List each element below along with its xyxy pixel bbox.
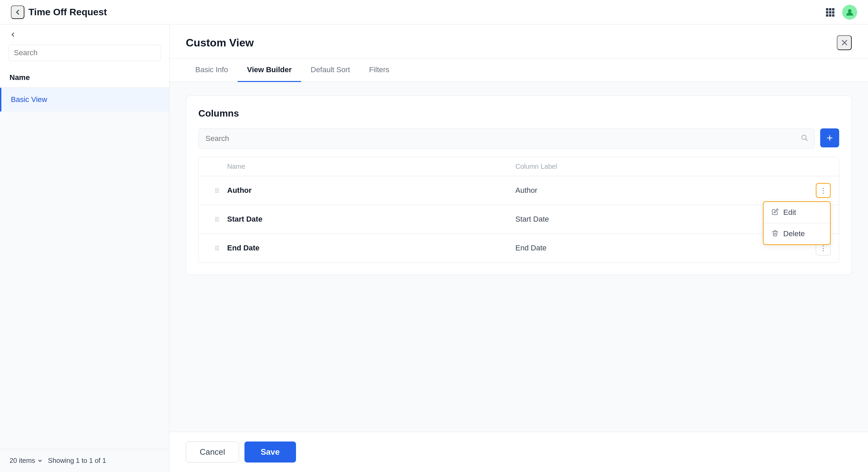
svg-point-15 <box>218 190 219 191</box>
edit-icon <box>772 208 778 217</box>
svg-rect-3 <box>826 11 828 14</box>
tab-default-sort[interactable]: Default Sort <box>301 59 359 82</box>
header-drag <box>207 163 227 170</box>
page-title: Time Off Request <box>28 7 107 18</box>
columns-search-wrap <box>198 128 815 149</box>
showing-text: Showing 1 to 1 of 1 <box>48 457 106 465</box>
svg-point-14 <box>216 190 217 191</box>
save-button[interactable]: Save <box>244 442 296 463</box>
drag-handle-end-date[interactable] <box>207 245 227 251</box>
sidebar-list-header: Name <box>0 66 169 88</box>
svg-point-17 <box>218 192 219 193</box>
header-actions <box>804 163 831 170</box>
columns-table: Name Column Label <box>198 157 839 263</box>
svg-point-25 <box>218 246 219 247</box>
svg-point-20 <box>216 219 217 220</box>
dropdown-edit[interactable]: Edit <box>764 202 830 223</box>
sidebar-item-basic-view[interactable]: Basic View <box>0 88 169 111</box>
svg-rect-5 <box>832 11 834 14</box>
svg-point-26 <box>216 248 217 249</box>
columns-search-row: + <box>198 128 839 149</box>
cancel-button[interactable]: Cancel <box>186 442 239 463</box>
svg-point-21 <box>218 219 219 220</box>
table-header: Name Column Label <box>199 157 839 176</box>
svg-point-27 <box>218 248 219 249</box>
top-nav: Time Off Request <box>0 0 868 24</box>
svg-rect-0 <box>826 8 828 11</box>
tab-basic-info[interactable]: Basic Info <box>186 59 238 82</box>
table-row: End Date End Date ⋮ <box>199 234 839 262</box>
svg-point-13 <box>218 188 219 189</box>
svg-point-16 <box>216 192 217 193</box>
row-dropdown-author: Edit <box>763 201 831 245</box>
svg-point-9 <box>848 9 851 13</box>
modal-close-button[interactable]: ✕ <box>837 35 852 50</box>
svg-rect-6 <box>826 14 828 17</box>
row-actions-author: ⋮ Edit <box>804 183 831 198</box>
modal-header: Custom View ✕ <box>170 24 868 59</box>
nav-back-button[interactable] <box>11 5 24 19</box>
table-row: Author Author ⋮ <box>199 176 839 205</box>
sidebar-list: Basic View <box>0 88 169 449</box>
svg-point-19 <box>218 217 219 218</box>
col-label-author: Author <box>515 186 804 195</box>
modal-footer: Cancel Save <box>170 432 868 472</box>
svg-rect-4 <box>829 11 831 14</box>
columns-search-input[interactable] <box>198 128 815 149</box>
tab-filters[interactable]: Filters <box>359 59 399 82</box>
svg-point-12 <box>216 188 217 189</box>
modal-title: Custom View <box>186 37 254 57</box>
svg-rect-8 <box>832 14 834 17</box>
grid-icon[interactable] <box>823 5 837 19</box>
svg-point-22 <box>216 221 217 222</box>
header-column-label: Column Label <box>515 163 804 170</box>
col-name-author: Author <box>227 186 515 195</box>
modal-tabs: Basic Info View Builder Default Sort Fil… <box>170 59 868 82</box>
tab-view-builder[interactable]: View Builder <box>238 59 301 82</box>
drag-handle-author[interactable] <box>207 187 227 193</box>
row-menu-button-author[interactable]: ⋮ <box>816 183 831 198</box>
search-icon <box>801 134 808 143</box>
sidebar-footer: 20 items Showing 1 to 1 of 1 <box>0 449 169 472</box>
items-count[interactable]: 20 items <box>9 457 43 465</box>
col-name-end-date: End Date <box>227 244 515 252</box>
svg-point-29 <box>218 249 219 250</box>
delete-icon <box>772 230 778 238</box>
sidebar-search-input[interactable] <box>8 45 161 61</box>
svg-rect-2 <box>832 8 834 11</box>
col-name-start-date: Start Date <box>227 215 515 224</box>
svg-rect-1 <box>829 8 831 11</box>
col-label-end-date: End Date <box>515 244 804 252</box>
svg-point-23 <box>218 221 219 222</box>
col-label-start-date: Start Date <box>515 215 804 224</box>
table-row: Start Date Start Date ⋮ <box>199 205 839 234</box>
header-name: Name <box>227 163 515 170</box>
svg-line-11 <box>806 139 807 141</box>
sidebar: Name Basic View 20 items Showing 1 to 1 … <box>0 24 170 472</box>
add-column-button[interactable]: + <box>820 128 839 147</box>
svg-point-24 <box>216 246 217 247</box>
custom-view-modal: Custom View ✕ Basic Info View Builder De… <box>170 24 868 472</box>
modal-body: Columns + Na <box>170 82 868 432</box>
drag-handle-start-date[interactable] <box>207 216 227 222</box>
dropdown-delete[interactable]: Delete <box>764 223 830 244</box>
svg-point-18 <box>216 217 217 218</box>
columns-title: Columns <box>198 108 839 119</box>
svg-rect-7 <box>829 14 831 17</box>
svg-point-28 <box>216 249 217 250</box>
user-avatar[interactable] <box>842 5 857 20</box>
nav-right <box>823 5 857 20</box>
columns-section: Columns + Na <box>186 96 852 275</box>
sidebar-back-button[interactable] <box>0 24 169 45</box>
